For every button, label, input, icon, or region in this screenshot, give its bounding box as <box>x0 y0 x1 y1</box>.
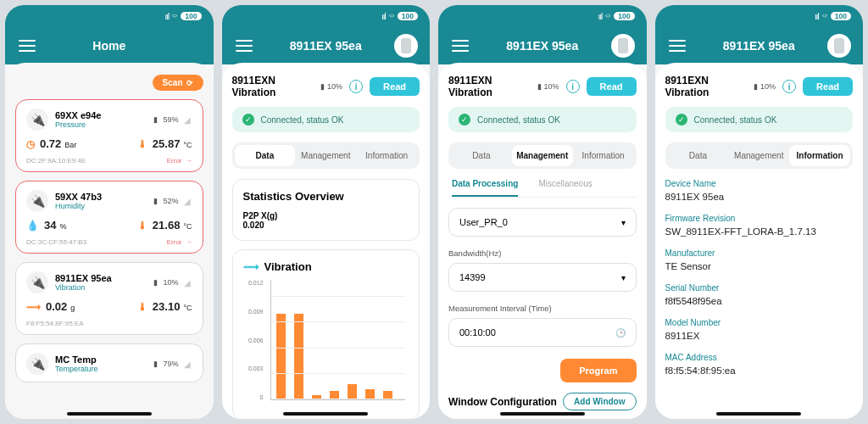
battery-icon: ▮ <box>153 115 158 124</box>
subtab-misc[interactable]: Miscellaneous <box>538 179 592 197</box>
sensor-icon: 🔌 <box>26 109 48 131</box>
info-label: MAC Address <box>665 353 854 362</box>
value-a: 0.72 <box>40 137 61 150</box>
phone-home: ııl ⌔ 100 Home Scan ⟳ 🔌 69XX e94e Pressu… <box>5 5 214 419</box>
value-a: 0.02 <box>46 300 67 313</box>
value-b: 21.68 <box>153 219 181 232</box>
chart-yticks: 0.0120.0090.0060.0030 <box>238 280 264 400</box>
sensor-name: MC Temp <box>55 354 98 365</box>
interval-input[interactable]: 00:10:00🕒 <box>448 318 637 347</box>
info-label: Firmware Revision <box>665 214 854 223</box>
info-label: Serial Number <box>665 283 854 293</box>
battery-icon: ▮ <box>537 82 542 91</box>
sensor-type: Temperature <box>55 365 98 373</box>
info-value: SW_8911EX-FFT_LORA-B_1.7.13 <box>665 226 854 237</box>
processing-select[interactable]: User_PR_0▾ <box>448 208 637 237</box>
battery-icon: ▮ <box>754 82 758 91</box>
menu-icon[interactable] <box>19 40 36 52</box>
menu-icon[interactable] <box>452 40 469 52</box>
thermo-icon: 🌡 <box>137 220 147 232</box>
sensor-card[interactable]: 🔌 MC Temp Temperature ▮79% <box>15 343 203 382</box>
sensor-icon: 🔌 <box>26 190 48 212</box>
sensor-card[interactable]: 🔌 8911EX 95ea Vibration ▮10% ⟿0.02g 🌡23.… <box>15 262 203 335</box>
tabs: Data Management Information <box>665 142 854 169</box>
vibration-chart: Magnitude(mg) 0.0120.0090.0060.0030 <box>243 280 409 416</box>
p2p-value: 0.020 <box>243 220 409 230</box>
tab-data[interactable]: Data <box>235 145 296 166</box>
chart-plot <box>270 280 406 400</box>
info-icon[interactable]: i <box>566 80 580 93</box>
battery-pct: 52% <box>163 197 178 205</box>
menu-icon[interactable] <box>669 40 686 52</box>
tab-management[interactable]: Management <box>512 145 573 166</box>
tab-information[interactable]: Information <box>573 145 634 166</box>
info-icon[interactable]: i <box>349 80 363 93</box>
app-bar: 8911EX 95ea <box>222 27 431 64</box>
tabs: Data Management Information <box>232 142 420 169</box>
signal-icon: ııl <box>598 12 603 21</box>
tab-information[interactable]: Information <box>789 145 850 166</box>
device-name: 8911EXN Vibration <box>448 75 531 98</box>
unit-b: °C <box>183 222 192 231</box>
tab-management[interactable]: Management <box>295 145 356 166</box>
device-avatar[interactable] <box>394 34 418 58</box>
content: 8911EXN Vibration ▮10% i Read ✓Connected… <box>222 63 431 419</box>
error-indicator[interactable]: Error→ <box>167 238 192 246</box>
info-icon[interactable]: i <box>782 80 796 93</box>
device-avatar[interactable] <box>827 34 851 58</box>
battery-icon: ▮ <box>153 360 158 368</box>
caret-down-icon: ▾ <box>621 218 626 227</box>
battery-icon: ▮ <box>320 82 325 91</box>
device-name: 8911EXN Vibration <box>665 75 748 98</box>
chart-bar <box>276 314 286 399</box>
bandwidth-select[interactable]: 14399▾ <box>448 263 637 292</box>
battery-icon: ▮ <box>153 197 158 205</box>
battery-pct: 10% <box>163 278 178 287</box>
signal-icon: ııl <box>381 12 386 21</box>
read-button[interactable]: Read <box>803 77 853 96</box>
battery-pct: 10% <box>544 82 559 91</box>
program-button[interactable]: Program <box>560 359 636 382</box>
read-button[interactable]: Read <box>370 77 420 96</box>
status-bar: ııl⌔100 <box>222 5 431 27</box>
interval-label: Measurement Interval (Time) <box>448 304 637 313</box>
add-window-button[interactable]: Add Window <box>563 393 636 410</box>
sensor-name: 59XX 47b3 <box>55 192 102 202</box>
interval-value: 00:10:00 <box>459 327 496 338</box>
tab-information[interactable]: Information <box>356 145 417 166</box>
status-box: ✓Connected, status OK <box>665 107 854 132</box>
info-label: Manufacturer <box>665 248 854 258</box>
read-button[interactable]: Read <box>587 77 637 96</box>
caret-down-icon: ▾ <box>621 273 626 282</box>
tab-data[interactable]: Data <box>451 145 512 166</box>
tab-data[interactable]: Data <box>668 145 729 166</box>
status-text: Connected, status OK <box>694 115 777 125</box>
arrow-right-icon: → <box>186 238 192 246</box>
bandwidth-label: Bandwidth(Hz) <box>448 248 637 258</box>
p2p-label: P2P X(g) <box>243 211 409 220</box>
status-text: Connected, status OK <box>477 115 560 125</box>
info-label: Device Name <box>665 179 854 188</box>
error-indicator[interactable]: Error→ <box>167 157 192 165</box>
battery-pct: 79% <box>163 360 178 368</box>
phone-management: ııl⌔100 8911EX 95ea 8911EXN Vibration ▮1… <box>438 5 647 419</box>
scan-button[interactable]: Scan ⟳ <box>153 75 203 91</box>
home-indicator <box>716 412 801 416</box>
info-value: f8:f5:54:8f:95:ea <box>665 365 854 376</box>
sensor-card[interactable]: 🔌 69XX e94e Pressure ▮ 59% ◷0.72Bar 🌡25.… <box>15 99 203 172</box>
value-b: 23.10 <box>153 300 181 313</box>
device-avatar[interactable] <box>611 34 635 58</box>
home-indicator <box>67 412 152 416</box>
menu-icon[interactable] <box>236 40 253 52</box>
tab-management[interactable]: Management <box>728 145 789 166</box>
sensor-name: 8911EX 95ea <box>55 273 112 283</box>
subtab-data-processing[interactable]: Data Processing <box>452 179 518 197</box>
signal-icon <box>184 360 192 368</box>
mac: DC:2F:9A:10:E9:4E <box>26 157 86 165</box>
info-value: 8911EX <box>665 331 854 341</box>
sensor-type: Humidity <box>55 202 102 210</box>
vibration-card: ⟿Vibration Magnitude(mg) 0.0120.0090.006… <box>232 249 420 419</box>
chart-bar <box>294 314 303 399</box>
sensor-card[interactable]: 🔌 59XX 47b3 Humidity ▮52% 💧34% 🌡21.68°C … <box>15 181 203 254</box>
battery-pct: 59% <box>163 115 178 124</box>
